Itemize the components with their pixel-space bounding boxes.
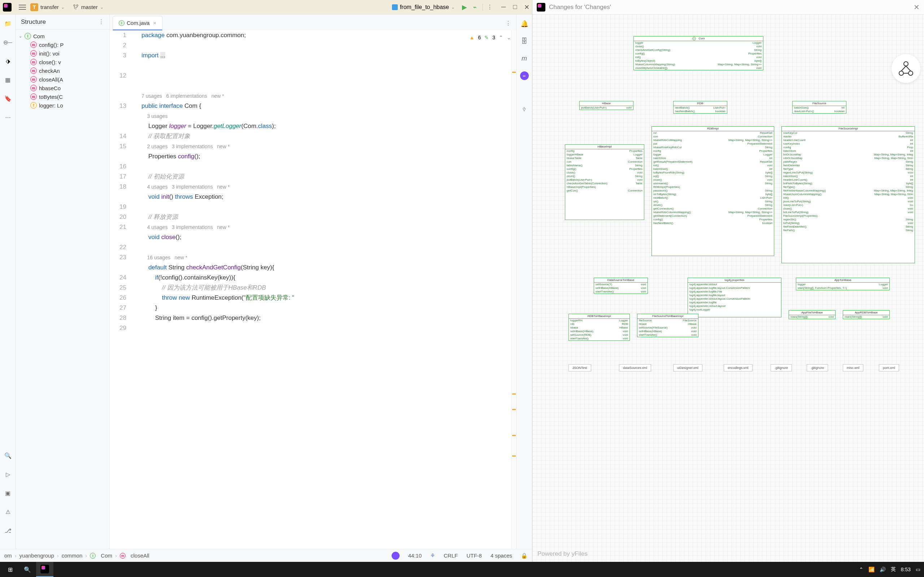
error-stripe[interactable] [511,30,516,549]
caret-position[interactable]: 44:10 [408,553,422,559]
more-actions-button[interactable]: ⋮ [486,3,494,11]
method-icon: m [120,553,126,559]
reader-mode-icon[interactable]: ⎀ [520,105,529,113]
diagram-file[interactable]: uiDesigner.xml [673,364,703,371]
search-icon[interactable]: 🔍 [4,451,12,459]
uml-class-ds2hbase[interactable]: DataSourceToHBase setSource(T)void setHB… [594,278,648,294]
terminal-tool-icon[interactable]: ▣ [4,489,12,497]
tree-member[interactable]: minit(): voi [16,49,109,58]
branch-icon [73,4,79,10]
vcs-tool-icon[interactable]: ⎇ [4,527,12,534]
vcs-branch-selector[interactable]: master ⌄ [73,4,103,10]
code-editor[interactable]: ▲6 ✎3 ⌃ ⌄ 1 2 3 12 [110,30,516,549]
uml-log4j[interactable]: log4j.properties log4j.appender.stdout l… [688,278,782,318]
uml-class-filesource[interactable]: FileSource batchSize()int readList<Put>(… [792,101,846,114]
debug-button[interactable]: ⌁ [473,3,477,11]
notifications-icon[interactable]: 🔔 [520,19,529,28]
database-icon[interactable]: 🗄 [520,37,529,45]
structure-tool-icon[interactable]: ⬗ [4,57,12,65]
crumb[interactable]: closeAll [131,553,149,559]
crumb[interactable]: Com [101,553,112,559]
wifi-icon[interactable]: 📶 [868,567,874,572]
uml-class-apprdb[interactable]: AppRDBToHBase main(String[])void [843,310,890,319]
taskbar-app-intellij[interactable] [36,562,53,577]
diagram-file[interactable]: pom.xml [879,364,899,371]
ai-assistant-icon[interactable]: ∞ [520,71,529,80]
maximize-button[interactable]: □ [512,5,518,10]
diagram-file[interactable]: JSONTest [569,364,591,371]
code-content[interactable]: package com.yuanbengroup.common; import … [130,30,511,549]
encoding[interactable]: UTF-8 [466,553,482,559]
main-menu-button[interactable] [19,5,26,10]
run-config-selector[interactable]: from_file_to_hbase ⌄ [392,4,455,10]
search-button[interactable]: 🔍 [19,562,36,577]
lock-icon[interactable]: 🔒 [521,553,528,559]
interface-icon: I [119,20,124,26]
panel-options-button[interactable]: ⋮ [98,18,104,26]
diagram-canvas[interactable]: ICom loggerLogger close()void checkAndGe… [532,15,924,562]
diagram-file[interactable]: .gitignore [771,364,792,371]
problems-tool-icon[interactable]: ⚠ [4,508,12,516]
run-config-icon [392,4,398,10]
run-button[interactable]: ▶ [462,3,467,11]
crumb[interactable]: common [62,553,82,559]
tab-label: Com.java [127,20,149,26]
uml-class-app2hbase[interactable]: AppToHBase loggerLogger start(String[], … [796,278,890,290]
tree-member[interactable]: mconfig(): P [16,40,109,49]
diagram-file[interactable]: misc.xml [843,364,863,371]
minimize-button[interactable]: ─ [501,5,506,10]
chevron-up-icon[interactable]: ⌃ [499,32,503,43]
tree-member[interactable]: flogger: Lo [16,101,109,110]
more-tools-icon[interactable]: ⋯ [4,113,12,121]
volume-icon[interactable]: 🔊 [880,567,886,572]
uml-class-fs2hbase[interactable]: FileSourceToHBaseImpl fileSourceFileSour… [637,314,698,337]
tab-options-button[interactable]: ⋮ [500,16,516,30]
uml-class-appfile[interactable]: AppFileToHBase main(String[])void [789,310,835,319]
maven-icon[interactable]: m [520,54,529,63]
tree-root[interactable]: ⌄ I Com [16,32,109,40]
tree-member[interactable]: mtoBytes(C [16,92,109,101]
indent[interactable]: 4 spaces [491,553,512,559]
tree-member[interactable]: mclose(): v [16,58,109,66]
clock[interactable]: 8:53 [901,567,911,572]
inspections-widget[interactable]: ▲6 ✎3 ⌃ ⌄ [467,32,513,43]
diagram-window: Changes for 'Changes' ✕ ICom loggerLogge… [532,0,924,562]
start-button[interactable]: ⊞ [2,562,19,577]
tree-member[interactable]: mcloseAll(A [16,75,109,84]
project-selector[interactable]: T transfer ⌄ [30,3,65,11]
chevron-down-icon[interactable]: ⌄ [507,32,511,43]
close-window-button[interactable]: ✕ [524,5,529,10]
diagram-file[interactable]: encodings.xml [724,364,753,371]
uml-class-hbase[interactable]: HBase putBatch(List<Put>)void [579,101,633,110]
close-tab-icon[interactable]: × [153,20,156,26]
structure-panel: Structure ⋮ ⌄ I Com mconfig(): P minit()… [16,15,110,549]
run-tool-icon[interactable]: ▷ [4,470,12,478]
method-icon: m [30,59,37,65]
uml-class-com[interactable]: ICom loggerLogger close()void checkAndGe… [633,36,763,70]
ai-badge-icon[interactable] [392,552,399,560]
uml-class-hbaseimpl[interactable]: HBaseImpl configProperties loggerHBaseLo… [565,144,644,220]
close-button[interactable]: ✕ [914,3,920,11]
notification-center-icon[interactable]: ▭ [916,567,921,572]
diagram-file[interactable]: dataSources.xml [619,364,651,371]
uml-class-rdb[interactable]: RDB nextBatch()List<Put> hasNextBatch()b… [673,101,727,114]
line-separator[interactable]: CRLF [444,553,458,559]
crumb[interactable]: yuanbengroup [19,553,54,559]
uml-class-filesourceimpl[interactable]: FileSourceImpl rowKeyColString readerBuf… [782,126,915,263]
editor-tab[interactable]: I Com.java × [113,16,162,30]
diagram-file[interactable]: .gitignore [807,364,828,371]
tree-member[interactable]: mhbaseCo [16,84,109,92]
uml-class-rdbimpl[interactable]: RDBImpl rstResultSet conConnection hbase… [651,126,774,256]
uml-class-rdb2hbase[interactable]: RDBToHBaseImpl loggerRHLogger rdbRDB hba… [569,314,630,341]
crumb[interactable]: om [4,553,12,559]
ide-logo-icon [537,3,545,11]
tree-member[interactable]: mcheckAn [16,66,109,75]
project-tool-icon[interactable]: 📁 [4,19,12,27]
tray-chevron-icon[interactable]: ⌃ [859,567,863,572]
commit-tool-icon[interactable]: ⊖─ [4,38,12,46]
sync-icon[interactable]: ⚘ [430,553,435,559]
expand-icon[interactable]: ⌄ [19,34,24,39]
ime-indicator[interactable]: 英 [891,566,896,573]
bookmarks-tool-icon[interactable]: 🔖 [4,95,12,102]
services-tool-icon[interactable]: ▦ [4,76,12,84]
